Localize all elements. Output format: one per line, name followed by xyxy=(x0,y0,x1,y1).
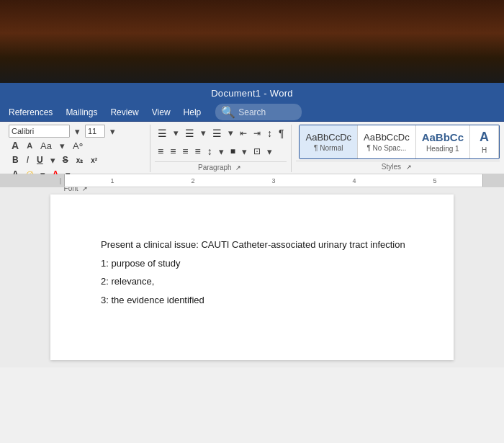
paragraph-dialog-launcher[interactable]: ↗ xyxy=(233,164,243,172)
style-heading2-label: H xyxy=(482,146,487,154)
search-icon: 🔍 xyxy=(221,105,235,119)
style-normal[interactable]: AaBbCcDc ¶ Normal xyxy=(300,125,358,158)
font-case-dropdown[interactable]: ▾ xyxy=(57,140,68,152)
ribbon-group-styles: AaBbCcDc ¶ Normal AaBbCcDc ¶ No Spac... … xyxy=(292,125,500,172)
desk-background xyxy=(0,0,504,83)
line-spacing-dropdown[interactable]: ▾ xyxy=(216,146,227,158)
search-box[interactable]: 🔍 xyxy=(215,104,302,120)
document-paragraph-3[interactable]: 2: relevance, xyxy=(101,274,418,289)
title-text: Document1 - Word xyxy=(211,88,293,99)
underline-button[interactable]: U xyxy=(33,153,47,166)
style-nospace-sample: AaBbCcDc xyxy=(364,132,410,143)
ribbon: ▾ ▾ A A Aa ▾ Aᵒ B I U ▾ S x₂ xyxy=(0,122,504,174)
border-button[interactable]: ⊡ xyxy=(251,146,264,157)
decrease-indent-button[interactable]: ⇤ xyxy=(237,127,250,139)
number-list-dropdown[interactable]: ▾ xyxy=(198,127,209,139)
search-input[interactable] xyxy=(238,107,296,117)
style-nospace-label: ¶ No Spac... xyxy=(366,144,406,152)
ruler-left-margin: | xyxy=(60,177,61,184)
ribbon-group-font: ▾ ▾ A A Aa ▾ Aᵒ B I U ▾ S x₂ xyxy=(4,125,150,172)
italic-button[interactable]: I xyxy=(23,153,32,166)
font-size-dropdown[interactable]: ▾ xyxy=(107,125,118,138)
style-heading1-sample: AaBbCc xyxy=(422,131,464,143)
style-heading1[interactable]: AaBbCc Heading 1 xyxy=(416,125,470,158)
ruler-mark-2: 2 xyxy=(191,177,194,184)
font-name-row: ▾ ▾ xyxy=(9,125,118,138)
line-spacing-button[interactable]: ↕ xyxy=(204,145,215,158)
pilcrow-button[interactable]: ¶ xyxy=(276,127,287,140)
sort-button[interactable]: ↕ xyxy=(264,127,275,140)
title-bar: Document1 - Word xyxy=(0,83,504,103)
style-heading1-label: Heading 1 xyxy=(426,145,459,153)
page-top-space xyxy=(101,216,418,238)
menu-item-help[interactable]: Help xyxy=(178,106,207,119)
clear-format-button[interactable]: Aᵒ xyxy=(70,140,86,152)
multilevel-list-dropdown[interactable]: ▾ xyxy=(225,127,236,139)
style-normal-label: ¶ Normal xyxy=(314,144,343,152)
style-heading2[interactable]: A H xyxy=(470,125,499,158)
style-normal-sample: AaBbCcDc xyxy=(305,132,351,143)
document-page[interactable]: Present a clinical issue: CAUTI Catheter… xyxy=(50,194,454,360)
font-size-input[interactable] xyxy=(85,125,105,138)
subscript-button[interactable]: x₂ xyxy=(73,153,87,166)
document-paragraph-1[interactable]: Present a clinical issue: CAUTI Catheter… xyxy=(101,238,418,252)
menu-bar: References Mailings Review View Help 🔍 xyxy=(0,103,504,122)
menu-item-references[interactable]: References xyxy=(3,106,58,119)
bullet-list-button[interactable]: ☰ xyxy=(155,127,170,140)
font-case-button[interactable]: Aa xyxy=(37,140,55,152)
style-no-spac[interactable]: AaBbCcDc ¶ No Spac... xyxy=(358,125,416,158)
font-shrink-button[interactable]: A xyxy=(24,140,35,151)
ruler-mark-5: 5 xyxy=(433,177,436,184)
ruler-white[interactable]: 1 2 3 4 5 xyxy=(65,174,482,187)
ribbon-content: ▾ ▾ A A Aa ▾ Aᵒ B I U ▾ S x₂ xyxy=(0,122,504,174)
list-row: ☰ ▾ ☰ ▾ ☰ ▾ ⇤ ⇥ ↕ ¶ xyxy=(155,127,287,140)
format-row: B I U ▾ S x₂ x² xyxy=(9,153,101,166)
document-paragraph-4[interactable]: 3: the evidence identified xyxy=(101,293,418,308)
align-row: ≡ ≡ ≡ ≡ ↕ ▾ ■ ▾ ⊡ ▾ xyxy=(155,145,275,158)
menu-item-review[interactable]: Review xyxy=(104,106,144,119)
align-right-button[interactable]: ≡ xyxy=(179,145,191,158)
align-center-button[interactable]: ≡ xyxy=(167,145,179,158)
justify-button[interactable]: ≡ xyxy=(192,145,203,158)
ribbon-group-paragraph: ☰ ▾ ☰ ▾ ☰ ▾ ⇤ ⇥ ↕ ¶ ≡ ≡ ≡ ≡ ↕ ▾ xyxy=(150,125,292,172)
bold-button[interactable]: B xyxy=(9,153,22,166)
shading-dropdown[interactable]: ▾ xyxy=(239,146,250,158)
strikethrough-button[interactable]: S xyxy=(59,153,72,166)
font-name-dropdown[interactable]: ▾ xyxy=(72,125,83,138)
font-grow-row: A A Aa ▾ Aᵒ xyxy=(9,139,86,152)
increase-indent-button[interactable]: ⇥ xyxy=(251,127,264,139)
paragraph-group-label: Paragraph ↗ xyxy=(155,161,287,172)
styles-group-label: Styles ↗ xyxy=(296,161,500,172)
font-name-input[interactable] xyxy=(9,125,70,138)
para-group-content: ☰ ▾ ☰ ▾ ☰ ▾ ⇤ ⇥ ↕ ¶ ≡ ≡ ≡ ≡ ↕ ▾ xyxy=(155,125,287,160)
ruler-mark-3: 3 xyxy=(271,177,275,184)
ruler-mark-1: 1 xyxy=(110,177,114,184)
bullet-list-dropdown[interactable]: ▾ xyxy=(171,127,181,139)
style-heading2-sample: A xyxy=(480,130,489,145)
style-gallery: AaBbCcDc ¶ Normal AaBbCcDc ¶ No Spac... … xyxy=(299,125,500,159)
superscript-button[interactable]: x² xyxy=(87,153,101,166)
styles-dialog-launcher[interactable]: ↗ xyxy=(403,163,415,172)
document-area: Present a clinical issue: CAUTI Catheter… xyxy=(0,187,504,367)
shading-button[interactable]: ■ xyxy=(228,146,238,157)
border-dropdown[interactable]: ▾ xyxy=(264,146,275,158)
ruler-mark-4: 4 xyxy=(352,177,356,184)
menu-item-view[interactable]: View xyxy=(146,106,176,119)
document-paragraph-2[interactable]: 1: purpose of study xyxy=(101,256,418,271)
underline-dropdown[interactable]: ▾ xyxy=(48,154,58,166)
align-left-button[interactable]: ≡ xyxy=(155,145,166,158)
number-list-button[interactable]: ☰ xyxy=(182,127,197,140)
font-grow-button[interactable]: A xyxy=(9,139,22,152)
font-group-content: ▾ ▾ A A Aa ▾ Aᵒ B I U ▾ S x₂ xyxy=(9,125,145,181)
multilevel-list-button[interactable]: ☰ xyxy=(210,127,225,140)
menu-item-mailings[interactable]: Mailings xyxy=(60,106,103,119)
ruler: | 1 2 3 4 5 xyxy=(0,174,504,187)
